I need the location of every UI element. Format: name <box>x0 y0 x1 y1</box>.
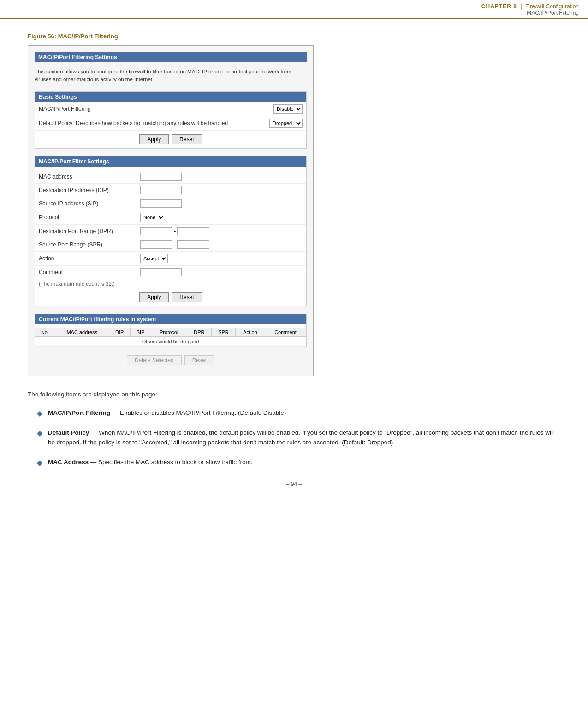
current-rules-table: No. MAC address DIP SIP Protocol DPR SPR… <box>35 328 306 347</box>
header-subsection: MAC/IP/Port Filtering <box>481 10 579 16</box>
col-dip: DIP <box>109 328 130 337</box>
dip-label: Destination IP address (DIP) <box>39 187 140 193</box>
mac-filtering-row: MAC/IP/Port Filtering Disable Enable <box>35 102 306 116</box>
current-rules-section: Current MAC/IP/Port filtering rules in s… <box>35 314 307 347</box>
col-action: Action <box>236 328 265 337</box>
mac-filtering-label: MAC/IP/Port Filtering <box>39 106 273 112</box>
bullet-content-3: MAC Address — Specifies the MAC address … <box>48 458 252 467</box>
basic-apply-button[interactable]: Apply <box>139 134 169 144</box>
filter-settings-section: MAC/IP/Port Filter Settings MAC address … <box>35 156 307 306</box>
protocol-label: Protocol <box>39 214 140 221</box>
dpr-label: Destination Port Range (DPR) <box>39 228 140 234</box>
bullet-content-1: MAC/IP/Port Filtering — Enables or disab… <box>48 408 286 418</box>
chapter-label: CHAPTER 8 <box>481 3 517 10</box>
comment-input[interactable] <box>140 268 182 276</box>
comment-label: Comment <box>39 269 140 276</box>
mac-address-label: MAC address <box>39 174 140 180</box>
mac-address-row: MAC address <box>35 170 306 184</box>
col-mac: MAC address <box>55 328 109 337</box>
others-text: Others would be dropped <box>35 336 306 346</box>
bullet-dash-2: — <box>91 429 99 436</box>
basic-reset-button[interactable]: Reset <box>172 134 202 144</box>
bullet-content-2: Default Policy — When MAC/IP/Port Filter… <box>48 428 560 448</box>
mac-address-input[interactable] <box>140 173 182 181</box>
default-policy-select[interactable]: Dropped Accepted <box>269 119 303 128</box>
col-protocol: Protocol <box>151 328 187 337</box>
basic-settings-buttons: Apply Reset <box>35 131 306 148</box>
dpr-start-input[interactable] <box>140 227 172 235</box>
action-row: Action Accept Drop <box>35 252 306 266</box>
basic-settings-section: Basic Settings MAC/IP/Port Filtering Dis… <box>35 91 307 149</box>
body-intro: The following items are displayed on thi… <box>28 390 560 399</box>
bullet-diamond-3: ◆ <box>37 458 42 467</box>
comment-row: Comment <box>35 266 306 279</box>
header-section: Firewall Configuration <box>525 3 579 10</box>
col-sip: SIP <box>130 328 151 337</box>
action-select[interactable]: Accept Drop <box>140 254 168 263</box>
dpr-row: Destination Port Range (DPR) - <box>35 225 306 238</box>
col-spr: SPR <box>211 328 235 337</box>
header-separator: | <box>520 3 523 10</box>
bullet-dash-1: — <box>112 409 120 416</box>
spr-control: - <box>140 240 209 249</box>
page-content: Figure 56: MAC/IP/Port Filtering MAC/IP/… <box>0 19 588 515</box>
filter-reset-button[interactable]: Reset <box>172 292 202 302</box>
dip-input[interactable] <box>140 186 182 194</box>
max-rule-note: (The maximum rule count is 32.) <box>35 279 306 288</box>
col-no: No. <box>35 328 55 337</box>
spr-end-input[interactable] <box>177 240 209 249</box>
table-reset-button[interactable]: Reset <box>184 355 214 365</box>
current-rules-header: Current MAC/IP/Port filtering rules in s… <box>35 314 306 324</box>
filter-apply-button[interactable]: Apply <box>139 292 169 302</box>
filter-settings-header: MAC/IP/Port Filter Settings <box>35 156 306 167</box>
filter-settings-buttons: Apply Reset <box>35 288 306 306</box>
col-dpr: DPR <box>187 328 211 337</box>
action-label: Action <box>39 255 140 262</box>
spr-row: Source Port Range (SPR) - <box>35 238 306 252</box>
protocol-select[interactable]: None TCP UDP ICMP <box>140 213 165 222</box>
page-header: CHAPTER 8 | Firewall Configuration MAC/I… <box>0 0 588 19</box>
figure-title: Figure 56: MAC/IP/Port Filtering <box>28 33 560 40</box>
bullet-item-3: ◆ MAC Address — Specifies the MAC addres… <box>37 458 560 467</box>
bullet-term-2: Default Policy <box>48 429 89 436</box>
others-row: Others would be dropped <box>35 336 306 346</box>
ui-panel: MAC/IP/Port Filtering Settings This sect… <box>28 45 314 376</box>
col-comment: Comment <box>265 328 306 337</box>
bullet-term-3: MAC Address <box>48 459 89 466</box>
default-policy-row: Default Policy: Describes how packets no… <box>35 116 306 131</box>
bullet-dash-3: — <box>90 459 98 466</box>
table-buttons: Delete Selected Reset <box>35 352 307 369</box>
dip-row: Destination IP address (DIP) <box>35 184 306 197</box>
delete-selected-button[interactable]: Delete Selected <box>127 355 182 365</box>
spr-label: Source Port Range (SPR) <box>39 241 140 248</box>
panel-description: This section allows you to configure the… <box>35 66 307 86</box>
bullet-diamond-1: ◆ <box>37 409 42 418</box>
basic-settings-header: Basic Settings <box>35 92 306 102</box>
bullet-text-1: Enables or disables MAC/IP/Port Filterin… <box>120 409 286 416</box>
bullet-item-2: ◆ Default Policy — When MAC/IP/Port Filt… <box>37 428 560 448</box>
sip-row: Source IP address (SIP) <box>35 197 306 210</box>
bullet-text-3: Specifies the MAC address to block or al… <box>98 459 252 466</box>
default-policy-label: Default Policy: Describes how packets no… <box>39 120 269 126</box>
default-policy-control[interactable]: Dropped Accepted <box>269 119 303 128</box>
sip-input[interactable] <box>140 199 182 208</box>
bullet-term-1: MAC/IP/Port Filtering <box>48 409 110 416</box>
protocol-row: Protocol None TCP UDP ICMP <box>35 210 306 225</box>
dpr-control: - <box>140 227 209 235</box>
main-section-header: MAC/IP/Port Filtering Settings <box>35 52 307 62</box>
dpr-separator: - <box>174 228 176 234</box>
spr-separator: - <box>174 241 176 248</box>
dpr-end-input[interactable] <box>177 227 209 235</box>
bullet-diamond-2: ◆ <box>37 429 42 437</box>
bullet-list: ◆ MAC/IP/Port Filtering — Enables or dis… <box>28 408 560 467</box>
page-number: – 94 – <box>28 481 560 497</box>
sip-label: Source IP address (SIP) <box>39 200 140 207</box>
mac-filtering-control[interactable]: Disable Enable <box>273 104 303 114</box>
mac-filtering-select[interactable]: Disable Enable <box>273 104 303 114</box>
bullet-item-1: ◆ MAC/IP/Port Filtering — Enables or dis… <box>37 408 560 418</box>
spr-start-input[interactable] <box>140 240 172 249</box>
bullet-text-2: When MAC/IP/Port Filtering is enabled, t… <box>48 429 554 446</box>
